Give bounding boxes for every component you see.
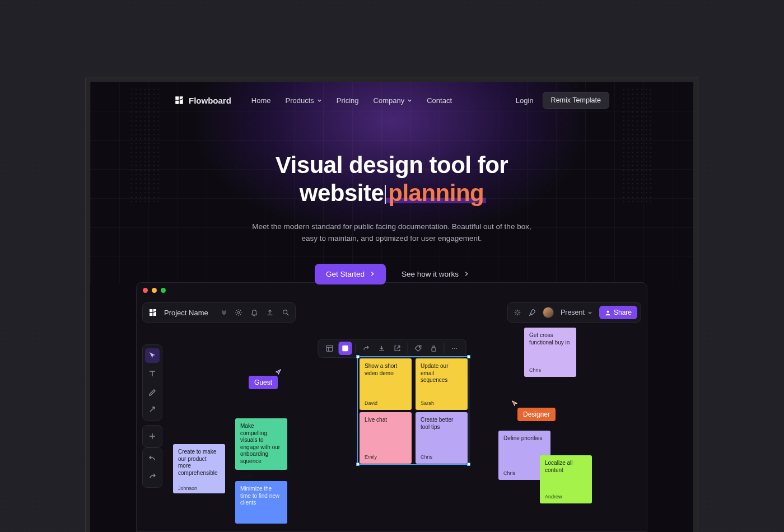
hero-heading-line2a: website xyxy=(300,180,384,206)
sticky-note[interactable]: Localize all content Andrew xyxy=(540,455,592,503)
chevron-down-icon xyxy=(407,98,412,103)
hero-section: Visual design tool for websiteplanning M… xyxy=(90,151,693,284)
navbar: Flowboard Home Products Pricing Company … xyxy=(90,82,693,109)
sticky-note[interactable]: Show a short video demo David xyxy=(360,358,412,410)
remix-template-button[interactable]: Remix Template xyxy=(543,92,609,109)
resize-handle-bl[interactable] xyxy=(356,463,360,466)
page-canvas: Flowboard Home Products Pricing Company … xyxy=(90,82,693,532)
selection-group[interactable]: Show a short video demo David Update our… xyxy=(357,356,469,465)
app-mockup: Project Name Present xyxy=(136,282,647,532)
resize-handle-br[interactable] xyxy=(467,463,470,466)
hero-cta-row: Get Started See how it works xyxy=(90,264,693,284)
browser-frame: Flowboard Home Products Pricing Company … xyxy=(85,77,698,532)
get-started-button[interactable]: Get Started xyxy=(315,264,386,284)
nav-company[interactable]: Company xyxy=(374,96,413,105)
designer-cursor-icon xyxy=(511,400,519,408)
brand[interactable]: Flowboard xyxy=(174,95,231,105)
hero-heading-accent: planning xyxy=(388,180,484,206)
hero-heading: Visual design tool for websiteplanning xyxy=(90,151,693,207)
nav-links: Home Products Pricing Company Contact xyxy=(251,96,452,105)
nav-products[interactable]: Products xyxy=(286,96,322,105)
sticky-note[interactable]: Create to make our product more comprehe… xyxy=(173,444,225,493)
hero-subtitle: Meet the modern standard for public faci… xyxy=(90,221,693,245)
nav-contact[interactable]: Contact xyxy=(427,96,452,105)
sticky-note[interactable]: Get cross functional buy in Chris xyxy=(524,328,576,377)
chevron-right-icon xyxy=(370,271,375,277)
hero-heading-line1: Visual design tool for xyxy=(276,152,508,178)
resize-handle-tl[interactable] xyxy=(356,355,360,358)
designer-cursor-label: Designer xyxy=(517,408,556,421)
chevron-right-icon xyxy=(464,271,469,277)
guest-cursor-icon xyxy=(274,368,282,376)
resize-handle-tr[interactable] xyxy=(467,355,470,358)
nav-home[interactable]: Home xyxy=(251,96,271,105)
chevron-down-icon xyxy=(317,98,322,103)
sticky-note[interactable]: Live chat Emily xyxy=(360,412,412,464)
brand-name: Flowboard xyxy=(189,96,231,105)
nav-pricing[interactable]: Pricing xyxy=(337,96,359,105)
login-link[interactable]: Login xyxy=(516,96,534,105)
brand-logo-icon xyxy=(174,95,184,105)
see-how-it-works-link[interactable]: See how it works xyxy=(402,270,469,278)
guest-cursor-label: Guest xyxy=(249,376,278,389)
canvas[interactable]: Guest Designer Create to make our produc… xyxy=(137,283,647,531)
sticky-note[interactable]: Make compelling visuals to engage with o… xyxy=(235,418,287,470)
sticky-note[interactable]: Update our email sequences Sarah xyxy=(416,358,468,410)
sticky-note[interactable]: Create better tool tips Chris xyxy=(416,412,468,464)
sticky-note[interactable]: Minimize the time to find new clients xyxy=(235,481,287,524)
